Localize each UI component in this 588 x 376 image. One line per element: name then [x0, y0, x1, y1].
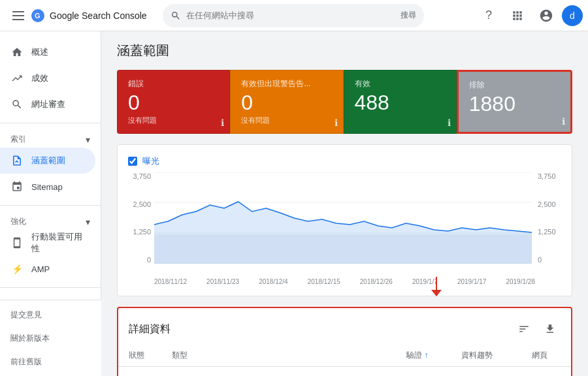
warning-info-icon: ℹ [335, 118, 338, 128]
detail-header: 詳細資料 [118, 308, 571, 345]
user-initial: d [570, 10, 575, 21]
chart-container: 3,750 2,500 1,250 0 [128, 172, 561, 277]
help-button[interactable]: ? [476, 3, 502, 29]
excluded-info-icon: ℹ [562, 116, 565, 127]
detail-actions [514, 319, 561, 339]
home-icon [10, 46, 24, 59]
error-card-subtitle: 沒有問題 [128, 116, 219, 125]
col-pages[interactable]: 網頁 [521, 345, 571, 367]
excluded-card-count: 1880 [469, 93, 560, 114]
sidebar-item-performance[interactable]: 成效 [0, 65, 95, 91]
old-version-label: 前往舊版 [10, 356, 42, 368]
account-circle-icon [539, 8, 553, 23]
search-label: 搜尋 [400, 10, 416, 21]
sidebar-amp-label: AMP [31, 264, 50, 274]
chart-xaxis: 2018/11/12 2018/11/23 2018/12/4 2018/12/… [128, 277, 561, 285]
xaxis-6: 2019/1/17 [457, 278, 487, 285]
chart-yaxis-left: 3,750 2,500 1,250 0 [128, 172, 151, 264]
topbar-right: ? d [476, 3, 583, 29]
user-avatar[interactable]: d [562, 5, 583, 26]
chart-checkbox[interactable] [128, 157, 137, 166]
status-cards: 錯誤 0 沒有問題 ℹ 有效但出現警告告... 0 沒有問題 ℹ 有效 488 … [117, 70, 572, 134]
col-type[interactable]: 類型 [161, 345, 396, 367]
app-logo: G Google Search Console [31, 9, 147, 22]
sidebar-sitemap-label: Sitemap [31, 182, 63, 192]
chart-arrow [431, 277, 442, 296]
new-version-label: 關於新版本 [10, 333, 50, 344]
sidebar-enhance-header[interactable]: 強化 ▾ [0, 211, 101, 230]
sidebar-item-amp[interactable]: ⚡ AMP [0, 256, 95, 282]
col-trend[interactable]: 資料趨勢 [451, 345, 521, 367]
sidebar-enhance-label: 強化 [10, 216, 26, 227]
search-small-icon [10, 98, 24, 111]
app-title: Google Search Console [50, 10, 147, 21]
search-icon [171, 10, 181, 21]
sidebar-new-version[interactable]: 關於新版本 [0, 326, 101, 350]
sidebar-url-inspect-label: 網址審查 [31, 99, 65, 110]
status-card-valid[interactable]: 有效 488 ℹ [344, 70, 457, 134]
svg-text:G: G [35, 12, 41, 20]
error-card-count: 0 [128, 92, 219, 113]
col-validation[interactable]: 驗證 ↑ [396, 345, 451, 367]
xaxis-4: 2018/12/26 [360, 278, 393, 285]
status-card-excluded[interactable]: 排除 1880 ℹ [457, 70, 572, 134]
detail-table: 狀態 類型 驗證 ↑ 資料趨勢 網頁 排除 遭到 robots.txt 封鎖 不… [118, 345, 571, 376]
layout: 概述 成效 網址審查 索引 ▾ [0, 31, 588, 376]
detail-section: 詳細資料 狀態 [117, 307, 572, 376]
account-button[interactable] [533, 3, 559, 29]
yaxis-label-3: 0 [147, 256, 151, 264]
xaxis-3: 2018/12/15 [308, 278, 340, 285]
yaxis-right-1: 2,500 [538, 200, 556, 208]
warning-card-subtitle: 沒有問題 [241, 116, 332, 125]
amp-icon: ⚡ [10, 262, 24, 275]
download-button[interactable] [540, 319, 561, 339]
arrow-line [436, 277, 437, 290]
download-icon [544, 323, 556, 335]
divider-1 [0, 123, 101, 123]
error-card-title: 錯誤 [128, 78, 219, 89]
xaxis-2: 2018/12/4 [259, 278, 288, 285]
sidebar-old-version[interactable]: 前往舊版 [0, 350, 101, 373]
sidebar-submit-feedback[interactable]: 提交意見 [0, 303, 101, 326]
valid-card-title: 有效 [355, 78, 446, 89]
divider-2 [0, 205, 101, 206]
sidebar-item-sitemap[interactable]: Sitemap [0, 174, 95, 200]
cell-trend [451, 367, 521, 377]
status-card-error[interactable]: 錯誤 0 沒有問題 ℹ [117, 70, 230, 134]
sidebar: 概述 成效 網址審查 索引 ▾ [0, 31, 101, 376]
valid-info-icon: ℹ [448, 118, 451, 128]
warning-card-count: 0 [241, 92, 332, 113]
xaxis-7: 2019/1/28 [506, 278, 535, 285]
menu-icon[interactable] [5, 3, 31, 29]
yaxis-right-2: 1,250 [538, 228, 556, 236]
sidebar-item-coverage[interactable]: 涵蓋範圍 [0, 148, 95, 174]
hamburger-icon [7, 6, 29, 25]
sidebar-overview-label: 概述 [31, 46, 48, 58]
main-content: 涵蓋範圍 錯誤 0 沒有問題 ℹ 有效但出現警告告... 0 沒有問題 ℹ 有效… [101, 31, 588, 376]
status-card-warning[interactable]: 有效但出現警告告... 0 沒有問題 ℹ [230, 70, 343, 134]
mobile-icon [10, 236, 24, 249]
sidebar-coverage-label: 涵蓋範圍 [31, 155, 65, 166]
col-status[interactable]: 狀態 [118, 345, 161, 367]
search-box[interactable]: 搜尋 [163, 4, 424, 27]
cell-status: 排除 [118, 367, 161, 377]
yaxis-right-3: 0 [538, 256, 542, 264]
error-info-icon: ℹ [221, 118, 224, 128]
filter-button[interactable] [514, 319, 534, 339]
sidebar-index-header[interactable]: 索引 ▾ [0, 129, 101, 148]
search-input[interactable] [186, 10, 398, 20]
sidebar-item-url-inspect[interactable]: 網址審查 [0, 91, 95, 118]
apps-button[interactable] [504, 3, 531, 29]
sidebar-item-mobile[interactable]: 行動裝置可用性 [0, 230, 95, 256]
help-icon: ? [485, 8, 492, 22]
table-row[interactable]: 排除 遭到 robots.txt 封鎖 不適用 1,228 [118, 367, 571, 377]
yaxis-label-1: 2,500 [133, 200, 151, 208]
valid-card-count: 488 [355, 92, 446, 113]
yaxis-label-0: 3,750 [133, 172, 151, 180]
google-g-icon: G [31, 9, 44, 22]
warning-card-title: 有效但出現警告告... [241, 78, 332, 89]
sidebar-performance-label: 成效 [31, 72, 48, 84]
table-header-row: 狀態 類型 驗證 ↑ 資料趨勢 網頁 [118, 345, 571, 367]
filter-icon [518, 323, 530, 335]
sidebar-item-overview[interactable]: 概述 [0, 39, 95, 65]
